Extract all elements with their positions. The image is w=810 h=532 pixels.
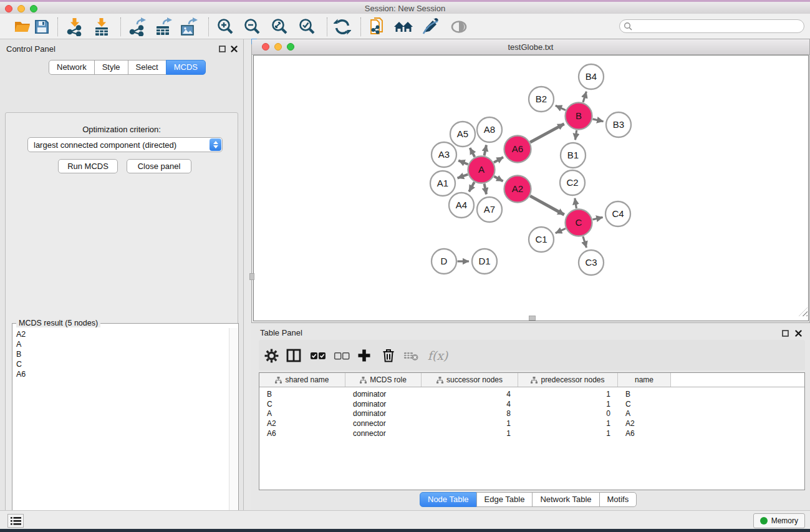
table-row[interactable]: A2connector11A2	[259, 418, 804, 428]
network-edge-A-A8[interactable]	[485, 145, 486, 156]
tab-style[interactable]: Style	[94, 60, 128, 75]
mcds-result-item[interactable]: A	[16, 339, 229, 349]
zoom-fit-button[interactable]	[269, 16, 291, 37]
table-row[interactable]: Cdominator41C	[259, 399, 804, 409]
network-edge-A-A1[interactable]	[458, 175, 468, 178]
tab-motifs[interactable]: Motifs	[599, 492, 637, 507]
result-list-scrollbar[interactable]	[229, 328, 238, 532]
network-canvas[interactable]: B4B2BB3A5A8A6B1A3AC2A1A2A4A7C4CC1C3DD1	[253, 55, 809, 321]
network-node-A2[interactable]: A2	[504, 176, 531, 203]
tab-edge-table[interactable]: Edge Table	[476, 492, 533, 507]
export-image-button[interactable]	[178, 16, 200, 37]
hide-annotations-button[interactable]	[419, 16, 441, 37]
network-edge-B-B3[interactable]	[593, 119, 604, 122]
network-edge-C-C1[interactable]	[556, 228, 566, 233]
network-edge-B-B4[interactable]	[583, 92, 586, 102]
zoom-in-button[interactable]	[215, 16, 237, 37]
float-panel-button[interactable]	[218, 45, 226, 53]
import-table-button[interactable]	[90, 16, 113, 37]
table-row[interactable]: Bdominator41B	[259, 389, 804, 399]
left-scroll-handle[interactable]	[249, 273, 254, 280]
zoom-out-button[interactable]	[241, 16, 264, 37]
tab-mcds[interactable]: MCDS	[166, 60, 206, 75]
network-node-D[interactable]: D	[432, 249, 456, 274]
home-button[interactable]	[392, 16, 415, 37]
show-columns-button[interactable]	[283, 345, 304, 366]
memory-button[interactable]: Memory	[753, 513, 805, 528]
network-node-B3[interactable]: B3	[606, 112, 631, 137]
network-edge-B-B2[interactable]	[556, 105, 566, 110]
show-hide-graphics-button[interactable]	[448, 16, 470, 37]
tab-network-table[interactable]: Network Table	[532, 492, 599, 507]
network-node-A[interactable]: A	[468, 157, 495, 183]
mcds-result-item[interactable]: C	[16, 359, 229, 369]
network-node-A1[interactable]: A1	[430, 171, 455, 196]
column-header-shared-name[interactable]: shared name	[259, 373, 345, 387]
network-node-A3[interactable]: A3	[432, 142, 456, 167]
import-network-button[interactable]	[64, 16, 86, 37]
tab-node-table[interactable]: Node Table	[420, 492, 477, 507]
tab-select[interactable]: Select	[128, 60, 166, 75]
refresh-button[interactable]	[331, 16, 354, 37]
save-session-button[interactable]	[31, 16, 53, 37]
network-edge-A-A6[interactable]	[494, 157, 503, 163]
network-edge-A-A3[interactable]	[458, 160, 468, 164]
network-node-C[interactable]: C	[566, 210, 592, 236]
export-table-button[interactable]	[152, 16, 175, 37]
close-panel-button[interactable]	[230, 45, 238, 53]
optimization-criterion-select[interactable]: largest connected component (directed)	[27, 137, 223, 152]
run-mcds-button[interactable]: Run MCDS	[58, 159, 118, 173]
column-header-successor-nodes[interactable]: successor nodes	[422, 373, 518, 387]
network-edge-A-A5[interactable]	[470, 148, 475, 157]
close-table-panel-button[interactable]	[794, 329, 803, 337]
network-edge-A-A4[interactable]	[469, 182, 475, 191]
network-node-B[interactable]: B	[566, 103, 592, 130]
task-history-button[interactable]	[7, 514, 24, 528]
network-node-B1[interactable]: B1	[561, 143, 586, 168]
bottom-scroll-handle[interactable]	[529, 316, 536, 321]
network-node-A5[interactable]: A5	[450, 122, 475, 147]
mcds-result-item[interactable]: A6	[16, 369, 229, 379]
zoom-selected-button[interactable]	[296, 16, 319, 37]
network-node-A4[interactable]: A4	[449, 193, 474, 218]
mcds-result-item[interactable]: B	[16, 349, 229, 359]
network-node-C2[interactable]: C2	[560, 170, 585, 195]
network-edge-C-C2[interactable]	[575, 198, 577, 209]
network-node-C3[interactable]: C3	[579, 250, 604, 275]
network-edge-A-A2[interactable]	[494, 177, 503, 181]
table-settings-button[interactable]	[261, 345, 282, 366]
column-header-predecessor-nodes[interactable]: predecessor nodes	[518, 373, 618, 387]
delete-column-button[interactable]	[378, 345, 399, 366]
add-column-button[interactable]	[354, 345, 375, 366]
network-from-file-button[interactable]	[367, 16, 389, 37]
network-edge-C-C4[interactable]	[593, 217, 603, 220]
mcds-result-item[interactable]: A2	[16, 329, 229, 339]
table-row[interactable]: Adominator80A	[259, 409, 804, 419]
table-row[interactable]: A6connector11A6	[259, 428, 804, 438]
network-node-C4[interactable]: C4	[605, 201, 630, 226]
network-edge-B-B1[interactable]	[576, 130, 577, 140]
network-node-D1[interactable]: D1	[472, 249, 497, 274]
network-edge-A6-B[interactable]	[530, 124, 564, 143]
network-edge-C-C3[interactable]	[583, 236, 587, 248]
network-node-B2[interactable]: B2	[529, 87, 554, 112]
delete-table-button[interactable]	[400, 345, 422, 366]
column-header-mcds-role[interactable]: MCDS role	[345, 373, 422, 387]
network-node-A6[interactable]: A6	[504, 136, 531, 163]
network-edge-A2-C[interactable]	[530, 196, 564, 215]
tab-network[interactable]: Network	[49, 60, 95, 75]
network-node-A8[interactable]: A8	[477, 117, 502, 142]
select-all-button[interactable]	[307, 345, 329, 366]
float-table-panel-button[interactable]	[781, 329, 789, 337]
close-mcds-panel-button[interactable]: Close panel	[127, 159, 191, 173]
deselect-all-button[interactable]	[331, 345, 352, 366]
network-window-titlebar[interactable]: testGlobe.txt	[252, 39, 809, 55]
export-network-button[interactable]	[126, 16, 148, 37]
apply-function-button[interactable]: f(x)	[424, 345, 451, 366]
network-node-A7[interactable]: A7	[477, 197, 502, 222]
column-header-name[interactable]: name	[618, 373, 671, 387]
search-input[interactable]	[632, 20, 804, 32]
network-node-B4[interactable]: B4	[579, 64, 604, 89]
network-edge-A-A7[interactable]	[485, 184, 486, 195]
network-node-C1[interactable]: C1	[529, 227, 554, 252]
